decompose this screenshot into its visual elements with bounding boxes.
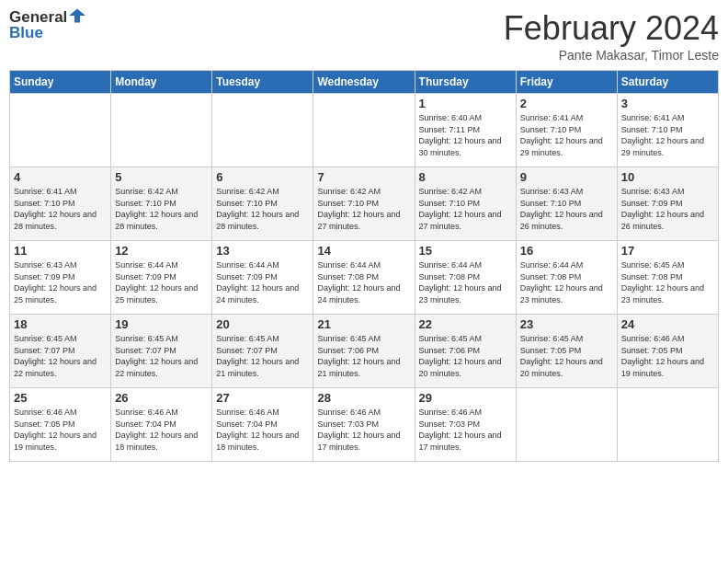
col-header-saturday: Saturday: [617, 71, 718, 94]
day-info: Sunrise: 6:44 AM Sunset: 7:08 PM Dayligh…: [419, 259, 512, 305]
day-info: Sunrise: 6:41 AM Sunset: 7:10 PM Dayligh…: [14, 186, 107, 232]
day-number: 24: [621, 317, 714, 331]
calendar-cell: 10Sunrise: 6:43 AM Sunset: 7:09 PM Dayli…: [617, 167, 718, 241]
day-info: Sunrise: 6:43 AM Sunset: 7:09 PM Dayligh…: [621, 186, 714, 232]
day-number: 12: [115, 244, 208, 258]
calendar-cell: 2Sunrise: 6:41 AM Sunset: 7:10 PM Daylig…: [516, 94, 617, 167]
calendar-cell: [617, 388, 718, 462]
logo-blue: Blue: [9, 25, 85, 42]
calendar-cell: 22Sunrise: 6:45 AM Sunset: 7:06 PM Dayli…: [415, 315, 516, 388]
calendar-cell: [111, 94, 212, 167]
calendar-cell: 18Sunrise: 6:45 AM Sunset: 7:07 PM Dayli…: [10, 315, 111, 388]
day-info: Sunrise: 6:43 AM Sunset: 7:09 PM Dayligh…: [14, 259, 107, 305]
day-info: Sunrise: 6:45 AM Sunset: 7:08 PM Dayligh…: [621, 259, 714, 305]
calendar-cell: 3Sunrise: 6:41 AM Sunset: 7:10 PM Daylig…: [617, 94, 718, 167]
week-row-2: 4Sunrise: 6:41 AM Sunset: 7:10 PM Daylig…: [10, 167, 719, 241]
calendar-cell: 12Sunrise: 6:44 AM Sunset: 7:09 PM Dayli…: [111, 241, 212, 315]
day-number: 28: [317, 391, 410, 405]
day-number: 4: [14, 170, 107, 184]
svg-marker-0: [69, 9, 85, 23]
calendar-cell: 4Sunrise: 6:41 AM Sunset: 7:10 PM Daylig…: [10, 167, 111, 241]
calendar-cell: 17Sunrise: 6:45 AM Sunset: 7:08 PM Dayli…: [617, 241, 718, 315]
calendar-cell: 15Sunrise: 6:44 AM Sunset: 7:08 PM Dayli…: [415, 241, 516, 315]
day-info: Sunrise: 6:41 AM Sunset: 7:10 PM Dayligh…: [520, 112, 613, 158]
day-number: 3: [621, 97, 714, 110]
calendar-cell: 8Sunrise: 6:42 AM Sunset: 7:10 PM Daylig…: [415, 167, 516, 241]
day-info: Sunrise: 6:46 AM Sunset: 7:05 PM Dayligh…: [621, 333, 714, 379]
calendar-cell: 24Sunrise: 6:46 AM Sunset: 7:05 PM Dayli…: [617, 315, 718, 388]
day-number: 2: [520, 97, 613, 110]
day-number: 23: [520, 317, 613, 331]
calendar-cell: 1Sunrise: 6:40 AM Sunset: 7:11 PM Daylig…: [415, 94, 516, 167]
calendar-cell: 29Sunrise: 6:46 AM Sunset: 7:03 PM Dayli…: [415, 388, 516, 462]
calendar-cell: 25Sunrise: 6:46 AM Sunset: 7:05 PM Dayli…: [10, 388, 111, 462]
day-info: Sunrise: 6:45 AM Sunset: 7:07 PM Dayligh…: [14, 333, 107, 379]
day-info: Sunrise: 6:42 AM Sunset: 7:10 PM Dayligh…: [419, 186, 512, 232]
day-info: Sunrise: 6:46 AM Sunset: 7:03 PM Dayligh…: [317, 407, 410, 453]
calendar-cell: 7Sunrise: 6:42 AM Sunset: 7:10 PM Daylig…: [313, 167, 415, 241]
week-row-3: 11Sunrise: 6:43 AM Sunset: 7:09 PM Dayli…: [10, 241, 719, 315]
day-number: 26: [115, 391, 208, 405]
day-number: 13: [216, 244, 309, 258]
calendar-cell: 21Sunrise: 6:45 AM Sunset: 7:06 PM Dayli…: [313, 315, 415, 388]
day-number: 16: [520, 244, 613, 258]
calendar-cell: 13Sunrise: 6:44 AM Sunset: 7:09 PM Dayli…: [212, 241, 313, 315]
day-info: Sunrise: 6:45 AM Sunset: 7:07 PM Dayligh…: [115, 333, 208, 379]
calendar-cell: 5Sunrise: 6:42 AM Sunset: 7:10 PM Daylig…: [111, 167, 212, 241]
calendar-cell: 23Sunrise: 6:45 AM Sunset: 7:05 PM Dayli…: [516, 315, 617, 388]
day-number: 20: [216, 317, 309, 331]
day-info: Sunrise: 6:46 AM Sunset: 7:05 PM Dayligh…: [14, 407, 107, 453]
col-header-tuesday: Tuesday: [212, 71, 313, 94]
day-info: Sunrise: 6:45 AM Sunset: 7:07 PM Dayligh…: [216, 333, 309, 379]
day-info: Sunrise: 6:42 AM Sunset: 7:10 PM Dayligh…: [317, 186, 410, 232]
calendar-cell: 9Sunrise: 6:43 AM Sunset: 7:10 PM Daylig…: [516, 167, 617, 241]
day-number: 11: [14, 244, 107, 258]
day-info: Sunrise: 6:44 AM Sunset: 7:08 PM Dayligh…: [317, 259, 410, 305]
day-info: Sunrise: 6:40 AM Sunset: 7:11 PM Dayligh…: [419, 112, 512, 158]
day-info: Sunrise: 6:43 AM Sunset: 7:10 PM Dayligh…: [520, 186, 613, 232]
calendar-cell: 6Sunrise: 6:42 AM Sunset: 7:10 PM Daylig…: [212, 167, 313, 241]
calendar-cell: [516, 388, 617, 462]
day-info: Sunrise: 6:46 AM Sunset: 7:04 PM Dayligh…: [115, 407, 208, 453]
col-header-sunday: Sunday: [10, 71, 111, 94]
calendar-cell: 19Sunrise: 6:45 AM Sunset: 7:07 PM Dayli…: [111, 315, 212, 388]
day-number: 15: [419, 244, 512, 258]
calendar-header-row: SundayMondayTuesdayWednesdayThursdayFrid…: [10, 71, 719, 94]
calendar-cell: 27Sunrise: 6:46 AM Sunset: 7:04 PM Dayli…: [212, 388, 313, 462]
week-row-1: 1Sunrise: 6:40 AM Sunset: 7:11 PM Daylig…: [10, 94, 719, 167]
logo-arrow-icon: [69, 7, 85, 24]
calendar-cell: [10, 94, 111, 167]
day-number: 8: [419, 170, 512, 184]
day-info: Sunrise: 6:42 AM Sunset: 7:10 PM Dayligh…: [115, 186, 208, 232]
day-info: Sunrise: 6:42 AM Sunset: 7:10 PM Dayligh…: [216, 186, 309, 232]
calendar-cell: 20Sunrise: 6:45 AM Sunset: 7:07 PM Dayli…: [212, 315, 313, 388]
day-number: 14: [317, 244, 410, 258]
day-number: 5: [115, 170, 208, 184]
col-header-wednesday: Wednesday: [313, 71, 415, 94]
month-year: February 2024: [504, 9, 719, 48]
calendar-cell: 26Sunrise: 6:46 AM Sunset: 7:04 PM Dayli…: [111, 388, 212, 462]
calendar-cell: 14Sunrise: 6:44 AM Sunset: 7:08 PM Dayli…: [313, 241, 415, 315]
title-container: February 2024 Pante Makasar, Timor Leste: [504, 9, 719, 63]
day-number: 1: [419, 97, 512, 110]
logo-container: General Blue: [9, 9, 85, 41]
day-number: 10: [621, 170, 714, 184]
day-info: Sunrise: 6:44 AM Sunset: 7:09 PM Dayligh…: [216, 259, 309, 305]
day-info: Sunrise: 6:45 AM Sunset: 7:06 PM Dayligh…: [419, 333, 512, 379]
week-row-5: 25Sunrise: 6:46 AM Sunset: 7:05 PM Dayli…: [10, 388, 719, 462]
day-number: 22: [419, 317, 512, 331]
day-number: 21: [317, 317, 410, 331]
calendar-cell: 28Sunrise: 6:46 AM Sunset: 7:03 PM Dayli…: [313, 388, 415, 462]
location: Pante Makasar, Timor Leste: [504, 48, 719, 63]
day-number: 19: [115, 317, 208, 331]
day-info: Sunrise: 6:44 AM Sunset: 7:08 PM Dayligh…: [520, 259, 613, 305]
day-info: Sunrise: 6:46 AM Sunset: 7:03 PM Dayligh…: [419, 407, 512, 453]
col-header-friday: Friday: [516, 71, 617, 94]
day-number: 6: [216, 170, 309, 184]
week-row-4: 18Sunrise: 6:45 AM Sunset: 7:07 PM Dayli…: [10, 315, 719, 388]
calendar-table: SundayMondayTuesdayWednesdayThursdayFrid…: [9, 70, 719, 462]
day-number: 9: [520, 170, 613, 184]
day-info: Sunrise: 6:44 AM Sunset: 7:09 PM Dayligh…: [115, 259, 208, 305]
calendar-cell: 11Sunrise: 6:43 AM Sunset: 7:09 PM Dayli…: [10, 241, 111, 315]
day-info: Sunrise: 6:46 AM Sunset: 7:04 PM Dayligh…: [216, 407, 309, 453]
